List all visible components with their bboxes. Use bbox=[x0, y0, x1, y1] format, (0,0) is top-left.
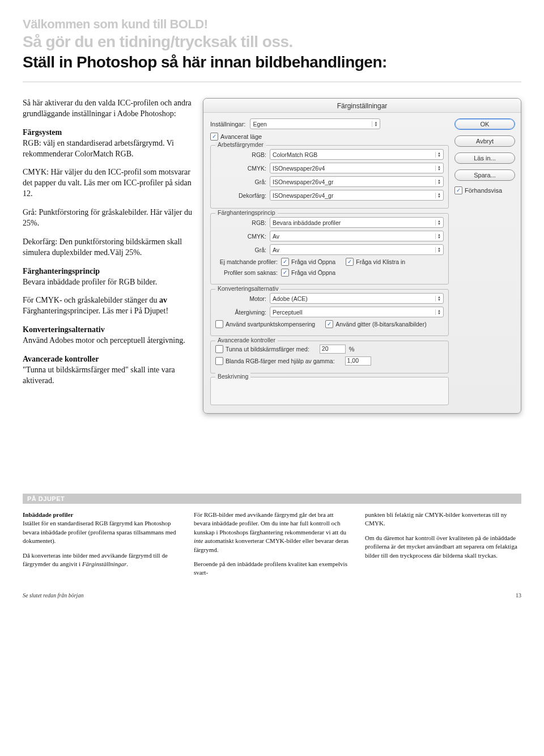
p-policy-rgb: Bevara inbäddade profiler för RGB bilder… bbox=[23, 278, 157, 286]
cancel-button[interactable]: Avbryt bbox=[454, 135, 515, 147]
p-adv: "Tunna ut bildskärmsfärger med" skall in… bbox=[23, 366, 175, 385]
p-gray: Grå: Punktförstoring för gråskalebilder.… bbox=[23, 207, 194, 229]
intent-select[interactable]: Perceptuell▲▼ bbox=[270, 307, 444, 317]
h-policy: Färghanteringsprincip bbox=[23, 267, 100, 275]
dither-checkbox[interactable]: ✓ bbox=[325, 320, 333, 328]
missing-open-checkbox[interactable]: ✓ bbox=[281, 269, 289, 277]
mm-paste-checkbox[interactable]: ✓ bbox=[346, 258, 354, 266]
save-button[interactable]: Spara... bbox=[454, 169, 515, 181]
group-workspaces: Arbetsfärgrymder RGB:ColorMatch RGB▲▼ CM… bbox=[210, 145, 449, 209]
cmyk-select[interactable]: ISOnewspaper26v4▲▼ bbox=[270, 163, 444, 173]
blend-field[interactable]: 1,00 bbox=[345, 356, 371, 366]
dialog-title: Färginställningar bbox=[203, 99, 521, 113]
left-column: Så här aktiverar du den valda ICC-profil… bbox=[23, 98, 194, 414]
group-policies: Färghanteringsprincip RGB:Bevara inbädda… bbox=[210, 213, 449, 284]
group-advanced: Avancerade kontroller Tunna ut bildskärm… bbox=[210, 341, 449, 373]
settings-select[interactable]: Egen▲▼ bbox=[250, 118, 380, 129]
p-rgb: RGB: välj en standardiserad arbetsfärgry… bbox=[23, 139, 174, 158]
gray-select[interactable]: ISOnewspaper26v4_gr▲▼ bbox=[270, 176, 444, 187]
footer-left: Se slutet redan från början bbox=[23, 592, 83, 598]
spot-select[interactable]: ISOnewspaper26v4_gr▲▼ bbox=[270, 190, 444, 201]
page-number: 13 bbox=[516, 592, 521, 598]
load-button[interactable]: Läs in... bbox=[454, 152, 515, 164]
color-settings-dialog: Färginställningar Inställningar: Egen▲▼ … bbox=[203, 98, 521, 414]
header-title: Ställ in Photoshop så här innan bildbeha… bbox=[23, 53, 521, 82]
desat-field[interactable]: 20 bbox=[320, 345, 346, 354]
advanced-mode-label: Avancerat läge bbox=[220, 133, 262, 140]
group-conversion: Konverteringsalternativ Motor:Adobe (ACE… bbox=[210, 289, 449, 336]
settings-label: Inställningar: bbox=[210, 121, 245, 128]
desat-checkbox[interactable] bbox=[215, 345, 223, 353]
header-welcome: Välkommen som kund till BOLD! bbox=[23, 17, 521, 32]
advanced-mode-checkbox[interactable]: ✓ bbox=[210, 133, 218, 141]
policy-gray-select[interactable]: Av▲▼ bbox=[270, 244, 444, 255]
h-fargsystem: Färgsystem bbox=[23, 128, 62, 137]
h-adv: Avancerade kontroller bbox=[23, 355, 99, 363]
preview-label: Förhandsvisa bbox=[465, 187, 502, 194]
group-description: Beskrivning bbox=[210, 377, 449, 405]
blend-checkbox[interactable] bbox=[215, 357, 223, 365]
p-spot: Dekorfärg: Den punktförstoring bildskärm… bbox=[23, 237, 194, 258]
footer-tag: PÅ DJUPET bbox=[23, 494, 521, 504]
engine-select[interactable]: Adobe (ACE)▲▼ bbox=[270, 293, 444, 304]
rgb-select[interactable]: ColorMatch RGB▲▼ bbox=[270, 149, 444, 160]
ok-button[interactable]: OK bbox=[454, 118, 515, 130]
bpc-checkbox[interactable] bbox=[215, 320, 223, 328]
mm-open-checkbox[interactable]: ✓ bbox=[281, 258, 289, 266]
policy-rgb-select[interactable]: Bevara inbäddade profiler▲▼ bbox=[270, 217, 444, 228]
header-sub: Så gör du en tidning/trycksak till oss. bbox=[23, 33, 521, 51]
policy-cmyk-select[interactable]: Av▲▼ bbox=[270, 231, 444, 241]
h-conv: Konverteringsalternativ bbox=[23, 325, 105, 334]
p-conv: Använd Adobes motor och perceptuell åter… bbox=[23, 336, 185, 345]
preview-checkbox[interactable]: ✓ bbox=[454, 186, 462, 194]
p-cmyk: CMYK: Här väljer du den ICC-profil som m… bbox=[23, 167, 194, 199]
footer-columns: Inbäddade profilerIstället för en standa… bbox=[23, 511, 521, 583]
intro-text: Så här aktiverar du den valda ICC-profil… bbox=[23, 98, 194, 120]
